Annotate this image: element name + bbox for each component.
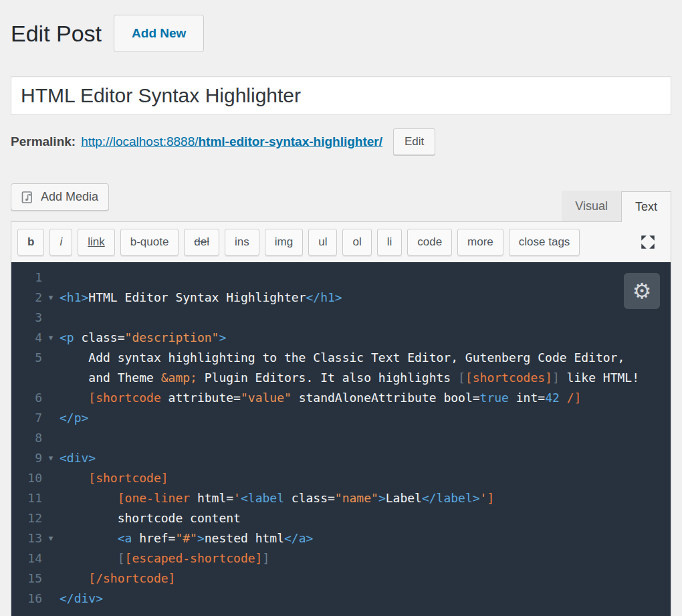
fold-arrow-icon[interactable]: ▾ [42,328,60,348]
fold-arrow-icon[interactable]: ▾ [42,448,60,468]
quicktag-close-tags-button[interactable]: close tags [509,229,580,255]
code-line: 14 [[escaped-shortcode]] [11,548,671,569]
code-line: 11 [one-liner html='<label class="name">… [11,488,671,508]
permalink-edit-button[interactable]: Edit [393,128,435,155]
add-new-button[interactable]: Add New [114,15,204,52]
fold-gutter [42,428,60,448]
line-number: 5 [11,348,42,368]
fold-gutter [42,408,60,428]
code-line: 9▾<div> [11,448,671,468]
line-number: 3 [11,308,42,328]
quicktag-more-button[interactable]: more [457,229,503,255]
quicktag-b-button[interactable]: b [17,229,44,255]
code-line: 8 [11,428,671,448]
gear-icon: ⚙ [633,280,652,302]
quicktag-ins-button[interactable]: ins [225,229,259,255]
line-number: 9 [11,448,42,468]
editor-settings-button[interactable]: ⚙ [624,273,660,309]
quicktag-i-button[interactable]: i [49,229,72,255]
add-media-label: Add Media [41,190,98,204]
fold-arrow-icon[interactable]: ▾ [42,288,60,308]
code-lines: 12▾<h1>HTML Editor Syntax Highlighter</h… [11,268,671,609]
line-number: 2 [11,288,42,308]
fold-gutter [42,569,60,589]
fold-gutter [42,308,60,328]
permalink-url-base: http://localhost:8888/ [81,134,198,148]
tab-text[interactable]: Text [621,191,671,222]
page-title: Edit Post [11,21,102,47]
quicktag-code-button[interactable]: code [407,229,452,255]
fullscreen-icon[interactable] [639,233,657,251]
permalink-url-slug: html-editor-syntax-highlighter/ [199,134,383,148]
fold-gutter [42,388,60,408]
fold-gutter [42,589,60,609]
code-line-text: shortcode content [60,508,241,528]
code-line: and Theme &amp; Plugin Editors. It also … [11,368,671,388]
code-line: 2▾<h1>HTML Editor Syntax Highlighter</h1… [11,288,671,308]
code-line: 7</p> [11,408,671,428]
code-line: 15 [/shortcode] [11,569,671,589]
edit-post-page: Edit Post Add New Permalink: http://loca… [0,0,682,616]
code-line: 3 [11,308,671,328]
line-number: 1 [11,268,42,288]
code-line: 13▾ <a href="#">nested html</a> [11,528,671,548]
fold-gutter [42,548,60,569]
media-tabs-row: Add Media Visual Text [11,183,671,221]
fold-gutter [42,488,60,508]
code-line-text: Add syntax highlighting to the Classic T… [60,348,624,368]
line-number: 4 [11,328,42,348]
line-number: 12 [11,508,42,528]
line-number: 11 [11,488,42,508]
code-line-text: <h1>HTML Editor Syntax Highlighter</h1> [60,288,342,308]
code-line-text: [shortcode attribute="value" standAloneA… [60,388,581,408]
fold-arrow-icon[interactable]: ▾ [42,528,60,548]
code-editor[interactable]: 12▾<h1>HTML Editor Syntax Highlighter</h… [11,262,671,616]
code-line: 6 [shortcode attribute="value" standAlon… [11,388,671,408]
code-line: 12 shortcode content [11,508,671,528]
code-line-text: </div> [60,589,103,609]
code-line: 1 [11,268,671,288]
quicktag-del-button[interactable]: del [184,229,219,255]
code-line: 16</div> [11,589,671,609]
quicktag-ul-button[interactable]: ul [308,229,337,255]
line-number [11,368,42,388]
line-number: 16 [11,589,42,609]
quicktags-toolbar: bilinkb-quotedelinsimgulollicodemoreclos… [11,222,671,262]
code-line-text: [[escaped-shortcode]] [60,548,269,569]
quicktag-li-button[interactable]: li [377,229,403,255]
code-line: 10 [shortcode] [11,468,671,488]
media-icon [21,191,35,204]
permalink-link[interactable]: http://localhost:8888/html-editor-syntax… [81,134,382,149]
code-line: 4▾<p class="description"> [11,328,671,348]
fold-gutter [42,508,60,528]
fold-gutter [42,468,60,488]
line-number: 14 [11,548,42,569]
quicktag-img-button[interactable]: img [265,229,303,255]
post-title-input[interactable] [11,76,671,115]
editor-tabs: Visual Text [562,191,671,221]
tab-visual[interactable]: Visual [562,191,621,221]
line-number: 13 [11,528,42,548]
line-number: 8 [11,428,42,448]
editor-container: bilinkb-quotedelinsimgulollicodemoreclos… [11,221,671,616]
page-header: Edit Post Add New [11,15,671,52]
line-number: 15 [11,569,42,589]
quicktag-link-button[interactable]: link [78,229,115,255]
code-line-text: <p class="description"> [60,328,226,348]
code-line-text: <a href="#">nested html</a> [60,528,313,548]
code-line-text: [one-liner html='<label class="name">Lab… [60,488,494,508]
code-line-text: [/shortcode] [60,569,175,589]
code-line: 5 Add syntax highlighting to the Classic… [11,348,671,368]
permalink-label: Permalink: [11,134,76,149]
fold-gutter [42,268,60,288]
line-number: 6 [11,388,42,408]
quicktag-b-quote-button[interactable]: b-quote [120,229,179,255]
code-line-text: and Theme &amp; Plugin Editors. It also … [60,368,639,388]
fold-gutter [42,348,60,368]
code-line-text: </p> [60,408,88,428]
fold-gutter [42,368,60,388]
add-media-button[interactable]: Add Media [11,183,109,211]
code-line-text: <div> [60,448,96,468]
quicktag-ol-button[interactable]: ol [342,229,371,255]
code-line-text: [shortcode] [60,468,168,488]
